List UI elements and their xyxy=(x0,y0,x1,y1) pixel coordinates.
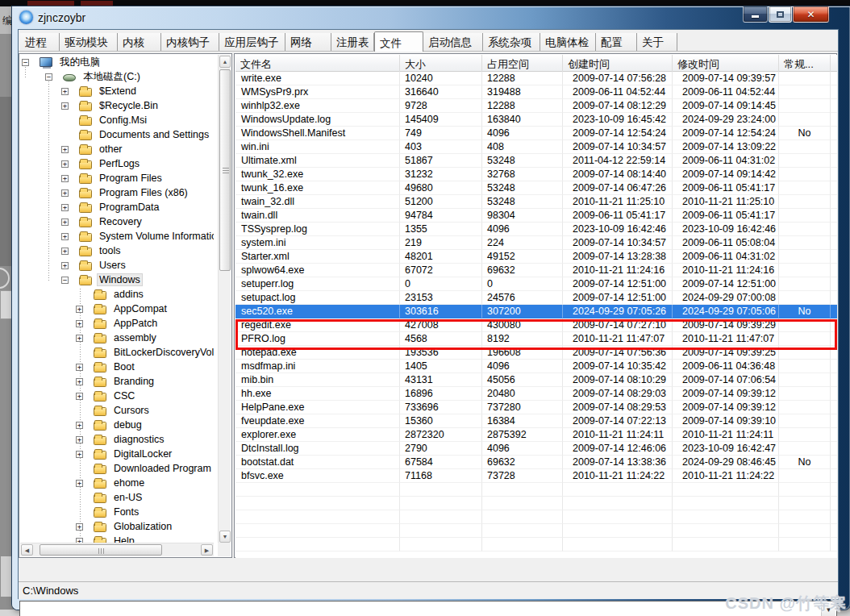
tab-kernel-hooks[interactable]: 内核钩子 xyxy=(161,33,219,51)
expand-plus-icon[interactable]: + xyxy=(76,480,83,487)
tree-item[interactable]: +Recovery xyxy=(20,214,214,229)
scroll-right-arrow-icon[interactable]: ▶ xyxy=(201,544,213,556)
scroll-up-arrow-icon[interactable]: ▲ xyxy=(219,56,231,68)
file-row[interactable]: setuperr.log002009-07-14 12:51:002009-07… xyxy=(235,277,837,291)
tree-item[interactable]: −我的电脑 xyxy=(20,55,214,69)
expand-plus-icon[interactable]: + xyxy=(76,320,83,327)
tab-pc-exam[interactable]: 电脑体检 xyxy=(540,33,596,51)
file-row[interactable]: bfsvc.exe71168737282010-11-21 11:24:2220… xyxy=(235,469,837,483)
scroll-down-arrow-icon[interactable]: ▼ xyxy=(219,531,231,543)
file-row[interactable]: twunk_16.exe49680532482009-07-14 06:47:2… xyxy=(235,181,837,195)
file-row[interactable]: explorer.exe287232028753922010-11-21 11:… xyxy=(235,428,837,442)
file-row[interactable]: WindowsShell.Manifest74940962009-07-14 1… xyxy=(235,127,837,140)
expand-plus-icon[interactable]: + xyxy=(76,378,83,385)
tree-item[interactable]: +debug xyxy=(20,418,214,432)
file-row[interactable]: sec520.exe3036163072002024-09-29 07:05:2… xyxy=(235,305,837,318)
file-row[interactable]: splwow64.exe67072696322010-11-21 11:24:1… xyxy=(235,264,837,277)
file-row[interactable]: fveupdate.exe15360163842009-07-14 07:22:… xyxy=(235,414,837,428)
expand-plus-icon[interactable]: + xyxy=(76,436,83,443)
file-row[interactable]: twain_32.dll51200532482010-11-21 11:25:1… xyxy=(235,195,837,209)
tree-item[interactable]: −Windows xyxy=(20,273,214,287)
minimize-button[interactable] xyxy=(743,6,768,23)
column-header-created[interactable]: 创建时间 xyxy=(563,55,673,72)
expand-plus-icon[interactable]: + xyxy=(76,523,83,531)
expand-plus-icon[interactable]: + xyxy=(76,422,83,429)
tree-item[interactable]: +Boot xyxy=(20,360,214,374)
column-header-modified[interactable]: 修改时间 xyxy=(673,55,779,72)
tree-item[interactable]: en-US xyxy=(20,490,214,505)
expand-plus-icon[interactable]: + xyxy=(61,204,69,211)
tree-item[interactable]: +ehome xyxy=(20,476,214,490)
expand-plus-icon[interactable]: + xyxy=(61,248,69,255)
tree-item[interactable]: +assembly xyxy=(20,331,214,345)
tree-item[interactable]: +AppPatch xyxy=(20,316,214,331)
tab-config[interactable]: 配置 xyxy=(596,33,637,51)
file-row[interactable]: DtcInstall.log279040962009-07-14 12:46:0… xyxy=(235,442,837,456)
file-row[interactable]: mib.bin43131450562009-07-14 08:10:292009… xyxy=(235,373,837,387)
file-row[interactable]: regedit.exe4270084300802009-07-14 07:27:… xyxy=(235,318,837,332)
tree-item[interactable]: +Globalization xyxy=(20,519,214,534)
file-row[interactable]: setupact.log23153245762009-07-14 12:51:0… xyxy=(235,291,837,305)
expand-plus-icon[interactable]: + xyxy=(61,233,69,240)
column-header-size[interactable]: 大小 xyxy=(400,55,482,72)
tab-kernel[interactable]: 内核 xyxy=(118,33,161,51)
expand-plus-icon[interactable]: + xyxy=(61,262,69,269)
file-row[interactable]: Starter.xml48201491522009-07-14 13:28:38… xyxy=(235,250,837,264)
tree-item[interactable]: Fonts xyxy=(20,505,214,519)
tree-item[interactable]: +System Volume Informatio xyxy=(20,229,214,243)
expand-plus-icon[interactable]: + xyxy=(61,102,69,110)
tree-item[interactable]: Documents and Settings xyxy=(20,127,214,142)
file-row[interactable]: Ultimate.xml51867532482011-04-12 22:59:1… xyxy=(235,154,837,168)
expand-plus-icon[interactable]: + xyxy=(61,189,69,197)
file-list[interactable]: write.exe10240122882009-07-14 07:56:2820… xyxy=(235,72,837,558)
tree-item[interactable]: +Branding xyxy=(20,374,214,389)
file-row[interactable]: twain.dll94784983042009-06-11 05:41:1720… xyxy=(235,209,837,223)
tree-item[interactable]: +$Extend xyxy=(20,84,214,98)
tree-item[interactable]: +$Recycle.Bin xyxy=(20,98,214,113)
tab-registry[interactable]: 注册表 xyxy=(331,33,374,51)
expand-plus-icon[interactable]: + xyxy=(76,335,83,342)
expand-plus-icon[interactable]: + xyxy=(76,364,83,371)
collapse-minus-icon[interactable]: − xyxy=(61,277,69,284)
tab-process[interactable]: 进程 xyxy=(20,33,60,51)
tree-item[interactable]: −本地磁盘(C:) xyxy=(20,69,214,84)
tree-vertical-scrollbar[interactable]: ▲ ▼ xyxy=(218,55,231,543)
tab-system-misc[interactable]: 系统杂项 xyxy=(483,33,540,51)
collapse-minus-icon[interactable]: − xyxy=(45,73,52,81)
file-row[interactable]: system.ini2192242009-07-14 10:34:572009-… xyxy=(235,236,837,250)
tree-item[interactable]: Downloaded Program F xyxy=(20,461,214,476)
tab-app-layer-hooks[interactable]: 应用层钩子 xyxy=(219,33,285,51)
file-row[interactable]: twunk_32.exe31232327682009-07-14 08:14:4… xyxy=(235,168,837,181)
file-row[interactable]: PFRO.log456881922010-11-21 11:47:072010-… xyxy=(235,332,837,346)
expand-plus-icon[interactable]: + xyxy=(61,160,69,168)
file-row[interactable]: write.exe10240122882009-07-14 07:56:2820… xyxy=(235,72,837,85)
column-header-filename[interactable]: 文件名 xyxy=(235,55,400,72)
tree-item[interactable]: +AppCompat xyxy=(20,302,214,316)
tab-file[interactable]: 文件 xyxy=(374,31,423,52)
collapse-minus-icon[interactable]: − xyxy=(22,59,29,66)
scroll-left-arrow-icon[interactable]: ◀ xyxy=(21,544,33,556)
expand-plus-icon[interactable]: + xyxy=(61,146,69,153)
tree-item[interactable]: Config.Msi xyxy=(20,113,214,127)
tree-item[interactable]: +DigitalLocker xyxy=(20,447,214,461)
tree-item[interactable]: BitLockerDiscoveryVolu xyxy=(20,345,214,360)
expand-plus-icon[interactable]: + xyxy=(76,451,83,458)
tree-item[interactable]: +CSC xyxy=(20,389,214,403)
tree-item[interactable]: +ProgramData xyxy=(20,200,214,214)
tree-item[interactable]: addins xyxy=(20,287,214,302)
file-row[interactable]: notepad.exe1935361966082009-07-14 07:56:… xyxy=(235,346,837,360)
titlebar[interactable]: zjnczoybr ✕ xyxy=(12,6,850,29)
expand-plus-icon[interactable]: + xyxy=(61,175,69,182)
tab-startup-info[interactable]: 启动信息 xyxy=(423,33,483,51)
file-row[interactable]: hh.exe16896204802009-07-14 08:29:032009-… xyxy=(235,387,837,401)
tab-driver-module[interactable]: 驱动模块 xyxy=(60,33,118,51)
tree-item[interactable]: +Program Files (x86) xyxy=(20,185,214,200)
tree-item[interactable]: +tools xyxy=(20,243,214,258)
file-row[interactable]: msdfmap.ini140540962009-07-14 10:35:4220… xyxy=(235,360,837,373)
expand-plus-icon[interactable]: + xyxy=(61,219,69,226)
file-row[interactable]: WMSysPr9.prx3166403194882009-06-11 04:52… xyxy=(235,85,837,99)
file-row[interactable]: TSSysprep.log135540962023-10-09 16:42:46… xyxy=(235,223,837,236)
tab-network[interactable]: 网络 xyxy=(285,33,331,51)
tree-hscroll-thumb[interactable] xyxy=(40,544,162,556)
maximize-button[interactable] xyxy=(769,6,792,23)
